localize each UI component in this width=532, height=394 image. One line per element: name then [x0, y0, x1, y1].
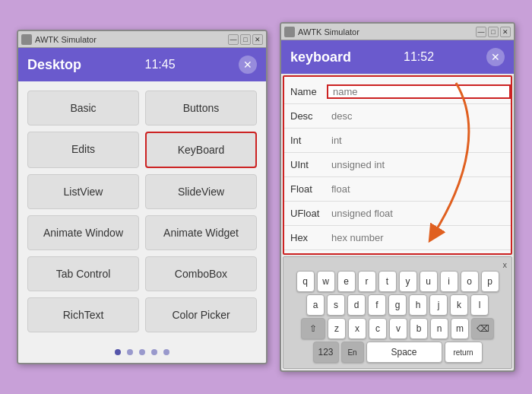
menu-color-picker-button[interactable]: Color Picker [145, 297, 257, 332]
form-input-float[interactable] [327, 183, 511, 195]
left-app-time: 11:45 [144, 58, 175, 71]
key-c[interactable]: c [369, 318, 387, 339]
dot-3[interactable] [139, 349, 145, 355]
menu-animate-window-button[interactable]: Animate Window [27, 215, 139, 250]
left-title-text: AWTK Simulator [35, 35, 225, 44]
keyboard-row-1: q w e r t y u i o p [285, 271, 510, 292]
key-r[interactable]: r [358, 271, 376, 292]
form-row-float: Float [284, 177, 511, 202]
dot-5[interactable] [163, 349, 169, 355]
form-input-hex[interactable] [327, 232, 511, 243]
dot-1[interactable] [115, 349, 121, 355]
form-input-name[interactable] [327, 84, 511, 99]
menu-combobox-button[interactable]: ComboBox [145, 256, 257, 291]
menu-listview-button[interactable]: ListView [27, 174, 139, 209]
menu-keyboard-button[interactable]: KeyBoard [145, 132, 257, 168]
key-f[interactable]: f [368, 294, 386, 316]
left-simulator-window: AWTK Simulator — □ ✕ Desktop 11:45 ✕ Bas… [17, 30, 268, 364]
menu-tab-control-button[interactable]: Tab Control [27, 256, 139, 291]
keyboard-close-row: x [285, 260, 510, 271]
dot-2[interactable] [127, 349, 133, 355]
form-label-desc: Desc [284, 110, 327, 122]
menu-richtext-button[interactable]: RichText [27, 297, 139, 332]
key-q[interactable]: q [296, 271, 315, 292]
menu-edits-button[interactable]: Edits [27, 132, 139, 168]
keyboard-close-button[interactable]: x [503, 260, 508, 269]
key-123[interactable]: 123 [313, 342, 339, 363]
form-row-ufloat: UFloat [284, 202, 511, 226]
key-w[interactable]: w [317, 271, 335, 292]
key-g[interactable]: g [388, 294, 407, 316]
pagination-dots [18, 342, 266, 363]
key-t[interactable]: t [378, 271, 397, 292]
key-b[interactable]: b [410, 318, 428, 339]
keyboard-row-4: 123 En Space return [285, 342, 510, 363]
left-maximize-button[interactable]: □ [240, 34, 251, 45]
key-emoji[interactable]: En [341, 342, 364, 363]
right-app-close-button[interactable]: ✕ [486, 48, 505, 66]
key-u[interactable]: u [420, 271, 438, 292]
right-app-title: keyboard [290, 49, 351, 65]
form-label-float: Float [284, 183, 327, 195]
left-title-bar: AWTK Simulator — □ ✕ [18, 31, 266, 48]
key-shift[interactable]: ⇧ [301, 318, 325, 339]
dot-4[interactable] [151, 349, 157, 355]
right-window-icon [284, 27, 295, 37]
form-label-ufloat: UFloat [284, 208, 327, 219]
keyboard-row-3: ⇧ z x c v b n m ⌫ [285, 318, 510, 339]
form-label-hex: Hex [284, 232, 327, 243]
key-o[interactable]: o [461, 271, 479, 292]
key-space[interactable]: Space [366, 342, 442, 363]
right-simulator-window: AWTK Simulator — □ ✕ keyboard 11:52 ✕ Na… [280, 22, 515, 372]
form-row-hex: Hex [284, 226, 511, 250]
key-i[interactable]: i [440, 271, 458, 292]
form-row-uint: UInt [284, 153, 511, 177]
key-s[interactable]: s [327, 294, 345, 316]
menu-animate-widget-button[interactable]: Animate Widget [145, 215, 257, 250]
keyboard-row-2: a s d f g h j k l [285, 294, 510, 316]
key-l[interactable]: l [470, 294, 489, 316]
right-maximize-button[interactable]: □ [488, 27, 499, 37]
key-backspace[interactable]: ⌫ [471, 318, 494, 339]
key-e[interactable]: e [337, 271, 356, 292]
key-h[interactable]: h [409, 294, 427, 316]
key-m[interactable]: m [451, 318, 469, 339]
right-close-button[interactable]: ✕ [500, 27, 511, 37]
right-app-header: keyboard 11:52 ✕ [281, 40, 514, 74]
left-minimize-button[interactable]: — [228, 34, 239, 45]
key-return[interactable]: return [445, 342, 483, 363]
right-title-text: AWTK Simulator [298, 27, 473, 37]
key-y[interactable]: y [399, 271, 417, 292]
form-row-name: Name [284, 80, 511, 104]
left-app-title: Desktop [27, 57, 81, 73]
left-menu-grid: Basic Buttons Edits KeyBoard ListView Sl… [18, 81, 266, 342]
key-j[interactable]: j [429, 294, 448, 316]
right-title-bar: AWTK Simulator — □ ✕ [281, 24, 514, 40]
right-title-buttons: — □ ✕ [476, 27, 511, 37]
menu-basic-button[interactable]: Basic [27, 91, 139, 126]
right-minimize-button[interactable]: — [476, 27, 486, 37]
key-a[interactable]: a [306, 294, 325, 316]
form-and-arrow-container: Name Desc Int UInt Float UFloat [281, 75, 514, 255]
key-v[interactable]: v [389, 318, 407, 339]
key-x[interactable]: x [348, 318, 366, 339]
keyboard-area: x q w e r t y u i o p a s d f g h j k l [283, 256, 512, 369]
key-n[interactable]: n [430, 318, 448, 339]
form-row-desc: Desc [284, 104, 511, 129]
form-label-int: Int [284, 135, 327, 146]
key-z[interactable]: z [328, 318, 346, 339]
menu-buttons-button[interactable]: Buttons [145, 91, 257, 126]
left-close-button[interactable]: ✕ [252, 34, 263, 45]
key-d[interactable]: d [347, 294, 366, 316]
right-app-time: 11:52 [404, 50, 434, 64]
left-app-close-button[interactable]: ✕ [239, 56, 257, 74]
form-area: Name Desc Int UInt Float UFloat [283, 75, 512, 255]
left-app-header: Desktop 11:45 ✕ [18, 48, 266, 81]
form-input-desc[interactable] [327, 110, 511, 122]
form-input-ufloat[interactable] [327, 208, 511, 219]
form-input-uint[interactable] [327, 159, 511, 170]
menu-slideview-button[interactable]: SlideView [145, 174, 257, 209]
key-k[interactable]: k [450, 294, 468, 316]
key-p[interactable]: p [481, 271, 499, 292]
form-input-int[interactable] [327, 135, 511, 146]
